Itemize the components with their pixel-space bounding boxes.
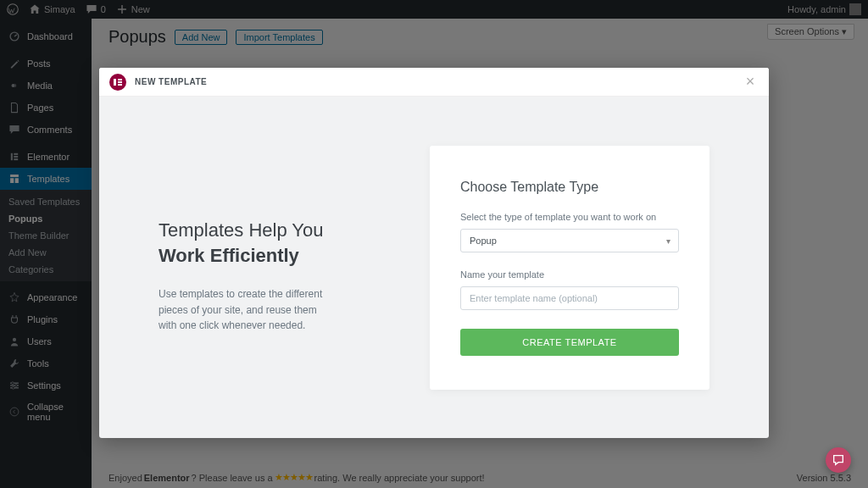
modal-title: NEW TEMPLATE xyxy=(135,77,207,86)
create-template-button[interactable]: CREATE TEMPLATE xyxy=(460,329,679,356)
close-icon[interactable]: × xyxy=(742,73,759,91)
intro-heading: Templates Help You Work Efficiently xyxy=(159,218,389,268)
new-template-modal: NEW TEMPLATE × Templates Help You Work E… xyxy=(99,68,769,438)
card-heading: Choose Template Type xyxy=(460,180,679,195)
name-label: Name your template xyxy=(460,269,679,280)
intro-description: Use templates to create the different pi… xyxy=(159,286,328,334)
type-label: Select the type of template you want to … xyxy=(460,212,679,222)
template-name-input[interactable] xyxy=(460,286,679,310)
help-fab[interactable] xyxy=(826,447,851,473)
template-type-select[interactable]: Popup xyxy=(460,229,679,252)
template-form-card: Choose Template Type Select the type of … xyxy=(430,146,709,390)
elementor-logo-icon xyxy=(109,74,126,91)
